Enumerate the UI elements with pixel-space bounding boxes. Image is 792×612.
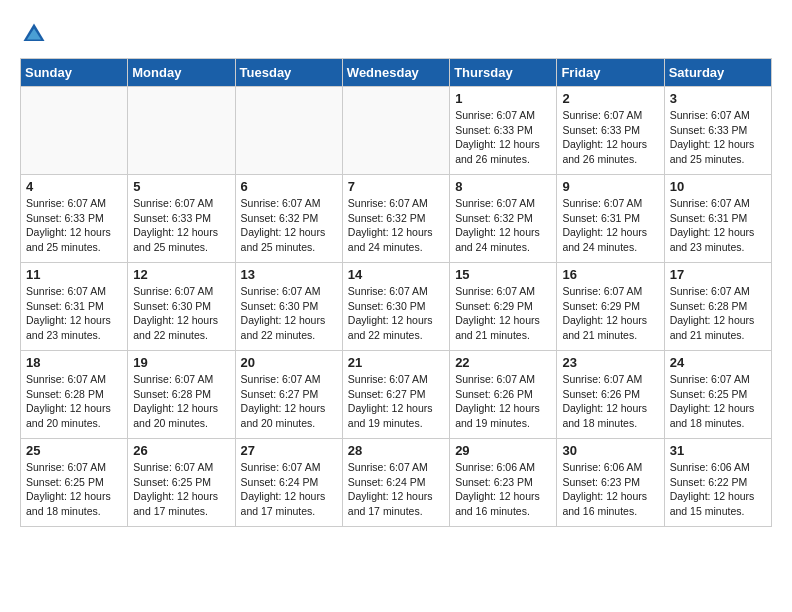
calendar-cell [235,87,342,175]
day-info: Sunrise: 6:07 AM Sunset: 6:33 PM Dayligh… [26,196,122,255]
calendar-cell: 23Sunrise: 6:07 AM Sunset: 6:26 PM Dayli… [557,351,664,439]
calendar-cell [21,87,128,175]
calendar-cell: 19Sunrise: 6:07 AM Sunset: 6:28 PM Dayli… [128,351,235,439]
day-number: 8 [455,179,551,194]
calendar-cell: 26Sunrise: 6:07 AM Sunset: 6:25 PM Dayli… [128,439,235,527]
day-number: 16 [562,267,658,282]
day-number: 1 [455,91,551,106]
day-number: 12 [133,267,229,282]
calendar-cell: 10Sunrise: 6:07 AM Sunset: 6:31 PM Dayli… [664,175,771,263]
calendar-cell: 13Sunrise: 6:07 AM Sunset: 6:30 PM Dayli… [235,263,342,351]
calendar-cell: 18Sunrise: 6:07 AM Sunset: 6:28 PM Dayli… [21,351,128,439]
day-number: 19 [133,355,229,370]
day-info: Sunrise: 6:07 AM Sunset: 6:27 PM Dayligh… [241,372,337,431]
calendar-cell: 6Sunrise: 6:07 AM Sunset: 6:32 PM Daylig… [235,175,342,263]
day-header-friday: Friday [557,59,664,87]
calendar-cell [342,87,449,175]
day-info: Sunrise: 6:07 AM Sunset: 6:30 PM Dayligh… [133,284,229,343]
day-number: 26 [133,443,229,458]
day-header-sunday: Sunday [21,59,128,87]
day-number: 23 [562,355,658,370]
day-number: 10 [670,179,766,194]
day-number: 4 [26,179,122,194]
calendar-cell: 17Sunrise: 6:07 AM Sunset: 6:28 PM Dayli… [664,263,771,351]
day-number: 6 [241,179,337,194]
calendar-cell: 22Sunrise: 6:07 AM Sunset: 6:26 PM Dayli… [450,351,557,439]
day-info: Sunrise: 6:06 AM Sunset: 6:22 PM Dayligh… [670,460,766,519]
calendar-cell: 27Sunrise: 6:07 AM Sunset: 6:24 PM Dayli… [235,439,342,527]
day-number: 28 [348,443,444,458]
calendar-cell: 7Sunrise: 6:07 AM Sunset: 6:32 PM Daylig… [342,175,449,263]
calendar-cell: 30Sunrise: 6:06 AM Sunset: 6:23 PM Dayli… [557,439,664,527]
calendar-cell: 25Sunrise: 6:07 AM Sunset: 6:25 PM Dayli… [21,439,128,527]
day-info: Sunrise: 6:07 AM Sunset: 6:25 PM Dayligh… [133,460,229,519]
calendar-week-row: 25Sunrise: 6:07 AM Sunset: 6:25 PM Dayli… [21,439,772,527]
day-number: 7 [348,179,444,194]
logo [20,20,52,48]
calendar-cell: 21Sunrise: 6:07 AM Sunset: 6:27 PM Dayli… [342,351,449,439]
day-info: Sunrise: 6:07 AM Sunset: 6:25 PM Dayligh… [670,372,766,431]
calendar-cell: 2Sunrise: 6:07 AM Sunset: 6:33 PM Daylig… [557,87,664,175]
calendar-cell: 4Sunrise: 6:07 AM Sunset: 6:33 PM Daylig… [21,175,128,263]
calendar-cell: 1Sunrise: 6:07 AM Sunset: 6:33 PM Daylig… [450,87,557,175]
calendar-week-row: 18Sunrise: 6:07 AM Sunset: 6:28 PM Dayli… [21,351,772,439]
day-info: Sunrise: 6:07 AM Sunset: 6:28 PM Dayligh… [670,284,766,343]
day-info: Sunrise: 6:07 AM Sunset: 6:30 PM Dayligh… [348,284,444,343]
day-info: Sunrise: 6:07 AM Sunset: 6:33 PM Dayligh… [562,108,658,167]
day-number: 27 [241,443,337,458]
day-info: Sunrise: 6:07 AM Sunset: 6:32 PM Dayligh… [241,196,337,255]
day-info: Sunrise: 6:07 AM Sunset: 6:33 PM Dayligh… [455,108,551,167]
calendar-cell: 28Sunrise: 6:07 AM Sunset: 6:24 PM Dayli… [342,439,449,527]
calendar-cell: 31Sunrise: 6:06 AM Sunset: 6:22 PM Dayli… [664,439,771,527]
day-info: Sunrise: 6:06 AM Sunset: 6:23 PM Dayligh… [562,460,658,519]
day-header-monday: Monday [128,59,235,87]
day-number: 9 [562,179,658,194]
calendar-table: SundayMondayTuesdayWednesdayThursdayFrid… [20,58,772,527]
day-info: Sunrise: 6:07 AM Sunset: 6:28 PM Dayligh… [133,372,229,431]
calendar-cell: 29Sunrise: 6:06 AM Sunset: 6:23 PM Dayli… [450,439,557,527]
calendar-week-row: 4Sunrise: 6:07 AM Sunset: 6:33 PM Daylig… [21,175,772,263]
day-header-saturday: Saturday [664,59,771,87]
day-number: 21 [348,355,444,370]
calendar-cell: 15Sunrise: 6:07 AM Sunset: 6:29 PM Dayli… [450,263,557,351]
day-info: Sunrise: 6:07 AM Sunset: 6:31 PM Dayligh… [562,196,658,255]
day-number: 11 [26,267,122,282]
calendar-cell: 5Sunrise: 6:07 AM Sunset: 6:33 PM Daylig… [128,175,235,263]
calendar-header-row: SundayMondayTuesdayWednesdayThursdayFrid… [21,59,772,87]
day-info: Sunrise: 6:07 AM Sunset: 6:27 PM Dayligh… [348,372,444,431]
day-info: Sunrise: 6:07 AM Sunset: 6:25 PM Dayligh… [26,460,122,519]
day-info: Sunrise: 6:07 AM Sunset: 6:29 PM Dayligh… [562,284,658,343]
calendar-cell: 3Sunrise: 6:07 AM Sunset: 6:33 PM Daylig… [664,87,771,175]
day-info: Sunrise: 6:06 AM Sunset: 6:23 PM Dayligh… [455,460,551,519]
day-number: 5 [133,179,229,194]
calendar-cell: 20Sunrise: 6:07 AM Sunset: 6:27 PM Dayli… [235,351,342,439]
day-info: Sunrise: 6:07 AM Sunset: 6:26 PM Dayligh… [562,372,658,431]
day-number: 29 [455,443,551,458]
day-number: 2 [562,91,658,106]
day-number: 14 [348,267,444,282]
day-header-tuesday: Tuesday [235,59,342,87]
day-info: Sunrise: 6:07 AM Sunset: 6:30 PM Dayligh… [241,284,337,343]
calendar-week-row: 1Sunrise: 6:07 AM Sunset: 6:33 PM Daylig… [21,87,772,175]
day-info: Sunrise: 6:07 AM Sunset: 6:31 PM Dayligh… [670,196,766,255]
day-info: Sunrise: 6:07 AM Sunset: 6:33 PM Dayligh… [133,196,229,255]
day-info: Sunrise: 6:07 AM Sunset: 6:32 PM Dayligh… [348,196,444,255]
day-info: Sunrise: 6:07 AM Sunset: 6:26 PM Dayligh… [455,372,551,431]
day-info: Sunrise: 6:07 AM Sunset: 6:24 PM Dayligh… [348,460,444,519]
logo-icon [20,20,48,48]
day-info: Sunrise: 6:07 AM Sunset: 6:33 PM Dayligh… [670,108,766,167]
day-info: Sunrise: 6:07 AM Sunset: 6:28 PM Dayligh… [26,372,122,431]
day-number: 22 [455,355,551,370]
calendar-week-row: 11Sunrise: 6:07 AM Sunset: 6:31 PM Dayli… [21,263,772,351]
calendar-cell: 11Sunrise: 6:07 AM Sunset: 6:31 PM Dayli… [21,263,128,351]
day-number: 25 [26,443,122,458]
day-number: 17 [670,267,766,282]
day-info: Sunrise: 6:07 AM Sunset: 6:24 PM Dayligh… [241,460,337,519]
calendar-cell: 9Sunrise: 6:07 AM Sunset: 6:31 PM Daylig… [557,175,664,263]
calendar-cell: 14Sunrise: 6:07 AM Sunset: 6:30 PM Dayli… [342,263,449,351]
page-header [20,20,772,48]
day-number: 30 [562,443,658,458]
calendar-cell: 24Sunrise: 6:07 AM Sunset: 6:25 PM Dayli… [664,351,771,439]
day-number: 24 [670,355,766,370]
calendar-cell: 8Sunrise: 6:07 AM Sunset: 6:32 PM Daylig… [450,175,557,263]
